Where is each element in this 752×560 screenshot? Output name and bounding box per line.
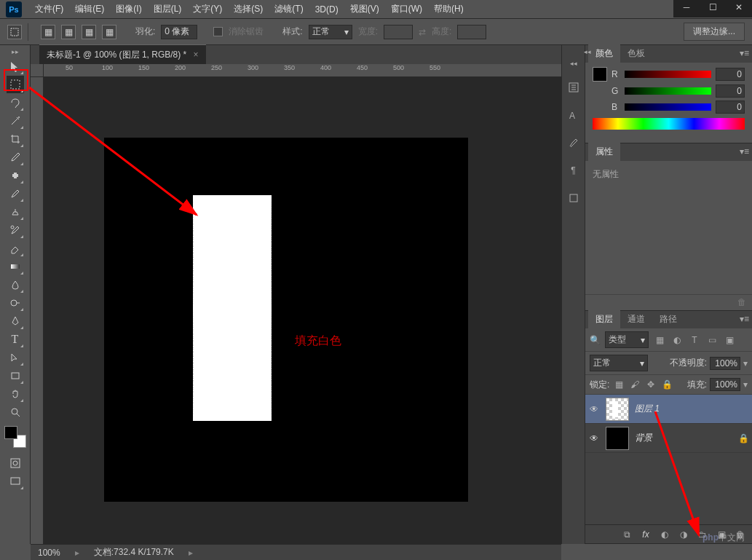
color-spectrum[interactable] [593, 118, 745, 130]
color-tab[interactable]: 颜色 [588, 44, 620, 63]
filter-pixel-icon[interactable]: ▦ [653, 334, 666, 347]
layer-fx-icon[interactable]: fx [640, 529, 652, 540]
visibility-toggle-icon[interactable]: 👁 [588, 404, 600, 414]
history-brush-tool[interactable] [7, 221, 24, 239]
close-tab-icon[interactable]: × [194, 50, 199, 60]
intersect-selection-icon[interactable]: ▦ [102, 25, 116, 39]
layers-tab[interactable]: 图层 [588, 310, 620, 328]
filter-type-icon[interactable]: T [688, 334, 701, 347]
feather-input[interactable] [161, 25, 197, 39]
pen-tool[interactable] [7, 312, 24, 330]
panel-menu-icon[interactable]: ▾≡ [740, 146, 749, 157]
dodge-tool[interactable] [7, 294, 24, 312]
marquee-tool[interactable] [7, 76, 24, 93]
eraser-tool[interactable] [7, 240, 24, 257]
paragraph-panel-icon[interactable]: ¶ [566, 163, 581, 178]
minimize-button[interactable]: ─ [673, 0, 700, 15]
color-preview[interactable] [593, 67, 607, 82]
adjustment-layer-icon[interactable]: ◑ [678, 529, 689, 540]
menu-select[interactable]: 选择(S) [228, 0, 269, 18]
menu-help[interactable]: 帮助(H) [428, 0, 470, 18]
menu-file[interactable]: 文件(F) [29, 0, 69, 18]
gradient-tool[interactable] [7, 258, 24, 275]
r-value[interactable]: 0 [716, 68, 745, 81]
layer-name[interactable]: 背景 [635, 432, 732, 444]
panel-menu-icon[interactable]: ▾≡ [740, 314, 749, 324]
foreground-color-swatch[interactable] [4, 426, 17, 439]
ruler-vertical[interactable] [31, 77, 44, 544]
styles-panel-icon[interactable] [566, 191, 581, 205]
fill-input[interactable]: 100% [710, 378, 740, 391]
menu-image[interactable]: 图像(I) [110, 0, 147, 18]
r-slider[interactable] [625, 71, 711, 78]
zoom-tool[interactable] [7, 403, 24, 421]
eyedropper-tool[interactable] [7, 149, 24, 166]
layer-thumbnail[interactable] [606, 427, 629, 450]
menu-view[interactable]: 视图(V) [344, 0, 385, 18]
filter-shape-icon[interactable]: ▭ [705, 334, 719, 347]
path-selection-tool[interactable] [7, 349, 24, 366]
layer-row[interactable]: 👁 背景 🔒 [585, 424, 752, 453]
layer-name[interactable]: 图层 1 [635, 403, 749, 415]
blend-mode-select[interactable]: 正常▾ [590, 355, 648, 371]
magic-wand-tool[interactable] [7, 112, 24, 130]
b-value[interactable]: 0 [716, 100, 745, 114]
filter-type-select[interactable]: 类型▾ [605, 331, 649, 348]
add-selection-icon[interactable]: ▦ [61, 25, 76, 39]
type-tool[interactable]: T [7, 331, 24, 348]
ruler-origin[interactable] [31, 64, 44, 77]
ruler-horizontal[interactable]: 50 100 150 200 250 300 350 400 450 500 5… [44, 64, 561, 77]
document-tab[interactable]: 未标题-1 @ 100% (图层 1, RGB/8) * × [39, 44, 206, 65]
brush-tool[interactable] [7, 185, 24, 202]
filter-icon[interactable]: 🔍 [590, 335, 601, 345]
lasso-tool[interactable] [7, 94, 24, 111]
g-slider[interactable] [625, 87, 711, 95]
lock-transparent-icon[interactable]: ▦ [612, 378, 625, 391]
lock-pixels-icon[interactable]: 🖌 [628, 378, 641, 391]
layer-thumbnail[interactable] [606, 398, 629, 421]
menu-filter[interactable]: 滤镜(T) [269, 0, 309, 18]
blur-tool[interactable] [7, 276, 24, 293]
paths-tab[interactable]: 路径 [652, 310, 684, 328]
close-button[interactable]: ✕ [726, 0, 752, 15]
trash-icon[interactable]: 🗑 [737, 297, 746, 308]
refine-edge-button[interactable]: 调整边缘... [684, 23, 745, 41]
antialias-checkbox[interactable] [213, 27, 223, 36]
menu-layer[interactable]: 图层(L) [148, 0, 188, 18]
brush-panel-icon[interactable] [566, 135, 581, 150]
rectangle-tool[interactable] [7, 367, 24, 384]
history-panel-icon[interactable] [566, 80, 581, 95]
quick-mask-tool[interactable] [7, 454, 24, 472]
menu-window[interactable]: 窗口(W) [385, 0, 428, 18]
crop-tool[interactable] [7, 130, 24, 148]
channels-tab[interactable]: 通道 [620, 310, 652, 328]
healing-brush-tool[interactable] [7, 167, 24, 184]
clone-stamp-tool[interactable] [7, 203, 24, 221]
menu-type[interactable]: 文字(Y) [187, 0, 228, 18]
style-select[interactable]: 正常▾ [309, 25, 352, 39]
lock-all-icon[interactable]: 🔒 [660, 378, 673, 391]
dock-collapse-icon[interactable]: ◂◂ [570, 60, 577, 67]
layer-row[interactable]: 👁 图层 1 [585, 395, 752, 424]
layer-mask-icon[interactable]: ◐ [659, 529, 670, 540]
screen-mode-tool[interactable] [7, 473, 24, 490]
panel-menu-icon[interactable]: ▾≡ [740, 48, 749, 58]
toolbar-collapse-icon[interactable]: ▸▸ [12, 48, 19, 55]
menu-edit[interactable]: 编辑(E) [69, 0, 110, 18]
filter-adjust-icon[interactable]: ◐ [670, 334, 684, 347]
menu-3d[interactable]: 3D(D) [309, 1, 344, 17]
filter-smart-icon[interactable]: ▣ [723, 334, 736, 347]
subtract-selection-icon[interactable]: ▦ [82, 25, 96, 39]
maximize-button[interactable]: ☐ [700, 0, 726, 15]
color-swatch[interactable] [4, 426, 26, 448]
panel-collapse-icon[interactable]: ◂◂ [584, 48, 591, 55]
hand-tool[interactable] [7, 385, 24, 403]
swatches-tab[interactable]: 色板 [620, 44, 652, 63]
zoom-level[interactable]: 100% [38, 548, 60, 558]
tool-preset-icon[interactable] [7, 25, 22, 39]
lock-position-icon[interactable]: ✥ [644, 378, 657, 391]
character-panel-icon[interactable]: A [566, 108, 581, 122]
move-tool[interactable] [7, 58, 24, 75]
doc-info[interactable]: 文档:732.4 K/179.7K [94, 546, 174, 559]
opacity-input[interactable]: 100% [710, 357, 740, 370]
